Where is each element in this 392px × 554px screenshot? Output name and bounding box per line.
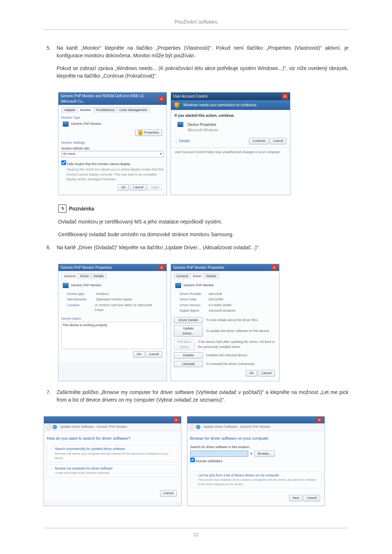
details-expand[interactable]: ⌄ Details	[175, 138, 190, 144]
refresh-rate-value: 60 Hertz	[63, 152, 75, 157]
cancel-button[interactable]: Cancel	[160, 490, 177, 497]
step-number: 7.	[44, 389, 51, 409]
tab-general[interactable]: General	[174, 273, 191, 279]
tab-details[interactable]: Details	[91, 273, 106, 279]
cancel-button[interactable]: Cancel	[146, 351, 162, 358]
step-5-p1: Na kartě „Monitor" klepněte na tlačítko …	[57, 44, 348, 59]
dialog-title: Generic PnP Monitor Properties	[61, 265, 112, 270]
tab-details[interactable]: Details	[204, 273, 219, 279]
location-value: on NVIDIA GeForce 6600 LE (Microsoft Cor…	[95, 303, 158, 313]
tab-bar: Adapter Monitor Troubleshoot Color Manag…	[61, 107, 164, 113]
tab-bar: General Driver Details	[174, 273, 276, 279]
signer-value: microsoft windows	[209, 308, 236, 313]
chevron-down-icon: ⌄	[175, 138, 177, 144]
device-type-value: Monitors	[96, 292, 109, 297]
provider-label: Driver Provider:	[180, 292, 209, 297]
device-status-text: This device is working properly.	[61, 322, 164, 349]
close-icon[interactable]: ×	[159, 96, 164, 102]
date-value: 6/21/2006	[209, 297, 223, 302]
close-icon[interactable]: ×	[271, 265, 277, 270]
step-5-p2: Pokud se zobrazí zpráva „Windows needs..…	[57, 65, 348, 80]
disable-button[interactable]: Disable	[174, 352, 203, 359]
device-name: Generic PnP Monitor	[71, 283, 101, 287]
tab-bar: General Driver Details	[61, 273, 164, 279]
option-title: Browse my computer for driver software	[55, 467, 113, 470]
rollback-desc: If the device fails after updating the d…	[198, 340, 276, 349]
next-button[interactable]: Next	[289, 495, 303, 501]
device-icon	[177, 122, 183, 127]
properties-button[interactable]: Properties	[135, 130, 162, 136]
driver-details-desc: To view details about the driver files.	[206, 318, 258, 323]
cancel-button[interactable]: Cancel	[130, 184, 147, 191]
dialog-title: Generic PnP Monitor Properties	[173, 265, 224, 270]
step-number: 5.	[44, 44, 51, 85]
tab-driver[interactable]: Driver	[78, 273, 91, 279]
update-driver-button[interactable]: Update Driver...	[174, 325, 203, 337]
close-icon[interactable]: ×	[173, 417, 179, 423]
tab-driver[interactable]: Driver	[190, 273, 204, 279]
continue-button[interactable]: Continue	[249, 138, 269, 144]
uac-dialog: User Account Control × Windows needs you…	[171, 92, 290, 195]
step-5: 5. Na kartě „Monitor" klepněte na tlačít…	[44, 44, 348, 85]
arrow-icon: →	[193, 473, 196, 477]
tab-color-management[interactable]: Color Management	[117, 107, 150, 113]
update-wizard-browse: × ‹ Update Driver Software - Generic PnP…	[187, 416, 325, 506]
cancel-button[interactable]: Cancel	[258, 370, 275, 377]
uac-started-text: If you started this action, continue.	[175, 113, 286, 118]
option-desc: Windows will search your computer and th…	[49, 452, 176, 460]
option-auto-search[interactable]: → Search automatically for updated drive…	[47, 445, 178, 462]
location-input[interactable]	[190, 451, 248, 457]
uac-title-text: User Account Control	[173, 94, 208, 99]
close-icon[interactable]: ×	[159, 265, 164, 270]
back-icon[interactable]: ‹	[189, 424, 195, 430]
shield-icon	[175, 103, 179, 108]
uninstall-button[interactable]: Uninstall	[174, 361, 203, 368]
ok-button[interactable]: OK	[118, 184, 129, 191]
back-icon[interactable]: ‹	[46, 424, 51, 430]
props-driver-dialog: Generic PnP Monitor Properties × General…	[171, 264, 279, 381]
page-number: 22	[44, 528, 348, 538]
cancel-button[interactable]: Cancel	[270, 138, 286, 144]
ok-button[interactable]: OK	[246, 370, 257, 377]
ok-button[interactable]: OK	[133, 351, 144, 358]
tab-adapter[interactable]: Adapter	[61, 107, 78, 113]
tab-monitor[interactable]: Monitor	[78, 107, 94, 113]
device-type-label: Device type:	[67, 292, 96, 297]
option-desc: This list will show installed driver sof…	[193, 478, 319, 487]
step-6: 6. Na kartě „Driver (Ovladač)" klepněte …	[44, 244, 348, 257]
include-subfolders-checkbox[interactable]	[190, 457, 195, 462]
page-header: Používání softwaru	[44, 18, 348, 30]
note-p1: Ovladač monitoru je certifikovaný MS a j…	[58, 218, 348, 226]
figure-row-2: Generic PnP Monitor Properties × General…	[58, 264, 348, 381]
arrow-icon: →	[49, 447, 53, 451]
close-icon[interactable]: ×	[282, 94, 288, 99]
hide-modes-checkbox[interactable]	[61, 160, 66, 165]
dialog-title: Generic PnP Monitor and NVIDIA GeForce 6…	[61, 93, 159, 104]
rollback-button[interactable]: Roll Back Driver	[174, 339, 195, 350]
tab-troubleshoot[interactable]: Troubleshoot	[93, 107, 117, 113]
driver-details-button[interactable]: Driver Details	[174, 317, 203, 324]
date-label: Driver Date:	[180, 297, 209, 302]
refresh-rate-dropdown[interactable]: 60 Hertz ▾	[61, 151, 164, 157]
apply-button[interactable]: Apply	[147, 184, 162, 191]
note-p2: Certifikovaný ovladač bude umístěn na do…	[58, 231, 348, 238]
location-label: Location:	[67, 303, 95, 313]
refresh-rate-label: Screen refresh rate:	[61, 146, 164, 151]
option-pick-from-list[interactable]: → Let me pick from a list of device driv…	[190, 471, 322, 489]
monitor-type-value: Generic PnP Monitor	[71, 122, 101, 126]
step-7: 7. Zaškrtněte políčko „Browse my compute…	[44, 389, 348, 409]
uninstall-desc: To uninstall the driver (Advanced).	[206, 362, 255, 367]
globe-icon	[196, 425, 200, 429]
cancel-button[interactable]: Cancel	[303, 495, 320, 501]
step-7-p1: Zaškrtněte políčko „Browse my computer f…	[57, 389, 348, 404]
update-wizard-search: × ‹ Update Driver Software - Generic PnP…	[44, 416, 181, 506]
browse-button[interactable]: Browse...	[254, 451, 275, 457]
dropdown-arrow-icon[interactable]: ▾	[250, 451, 252, 456]
option-browse[interactable]: → Browse my computer for driver software…	[47, 464, 178, 477]
monitor-dialog: Generic PnP Monitor and NVIDIA GeForce 6…	[58, 92, 167, 195]
shield-icon	[138, 130, 143, 135]
tab-general[interactable]: General	[61, 273, 78, 279]
close-icon[interactable]: ×	[317, 417, 322, 423]
manufacturer-label: Manufacturer:	[67, 297, 96, 302]
breadcrumb: ‹ Update Driver Software - Generic PnP M…	[187, 423, 324, 431]
